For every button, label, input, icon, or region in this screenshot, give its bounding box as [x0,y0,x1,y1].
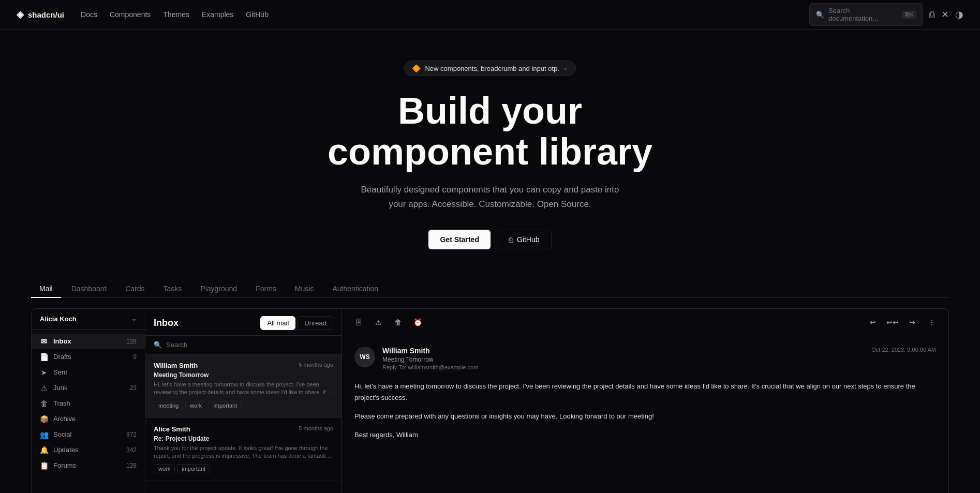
junk-icon: ⚠ [40,384,48,392]
inbox-icon: ✉ [40,337,48,346]
nav-components[interactable]: Components [110,10,151,19]
delete-button[interactable]: 🗑 [390,314,406,331]
email-toolbar: 🗄 ⚠ 🗑 ⏰ ↩ ↩↩ ↪ ⋮ [342,309,948,336]
search-input[interactable] [166,341,333,349]
sidebar-item-label: Trash [53,399,137,407]
sidebar-item-label: Drafts [53,353,128,361]
forums-icon: 📋 [40,461,48,470]
email-timestamp: Oct 22, 2023, 9:00:00 AM [871,347,936,370]
social-icon: 👥 [40,430,48,439]
mail-message-item[interactable]: Alice Smith 5 months ago Re: Project Upd… [145,418,341,482]
github-icon[interactable]: ⎙ [929,9,935,20]
search-shortcut: ⌘K [902,11,916,19]
mail-message-item[interactable]: William Smith 5 months ago Meeting Tomor… [145,354,341,418]
filter-unread-button[interactable]: Unread [298,316,333,330]
sidebar-item-sent[interactable]: ➤ Sent [32,365,145,380]
github-btn-label: GitHub [517,235,540,244]
tag-important: important [177,464,210,473]
tag-work: work [154,464,175,473]
email-paragraph-3: Best regards, William [354,429,936,441]
topnav: ◈ shadcn/ui Docs Components Themes Examp… [0,0,980,29]
tab-cards[interactable]: Cards [117,280,153,298]
sidebar-item-drafts[interactable]: 📄 Drafts 9 [32,349,145,365]
search-icon: 🔍 [816,11,824,19]
x-twitter-icon[interactable]: ✕ [941,9,949,20]
updates-count: 342 [126,446,137,454]
mail-nav-list: ✉ Inbox 128 📄 Drafts 9 ➤ Sent ⚠ Junk 23 [32,330,145,493]
tab-authentication[interactable]: Authentication [324,280,387,298]
email-paragraph-2: Please come prepared with any questions … [354,411,936,422]
nav-themes[interactable]: Themes [163,10,189,19]
archive-icon: 📦 [40,415,48,423]
reply-button[interactable]: ↩ [865,314,881,331]
reply-all-button[interactable]: ↩↩ [884,314,901,331]
sidebar-item-junk[interactable]: ⚠ Junk 23 [32,380,145,396]
mail-search-bar[interactable]: 🔍 [145,336,341,354]
snooze-button[interactable]: ⏰ [409,314,426,331]
site-name: shadcn/ui [28,10,64,19]
sidebar-item-label: Inbox [53,337,121,345]
account-selector[interactable]: Alicia Koch ⌄ [32,309,145,330]
junk-count: 23 [130,384,137,392]
message-preview: Hi, let's have a meeting tomorrow to dis… [154,381,333,397]
tab-music[interactable]: Music [287,280,322,298]
sidebar-item-social[interactable]: 👥 Social 972 [32,427,145,442]
message-time: 5 months ago [299,362,333,369]
chevron-down-icon: ⌄ [131,315,137,322]
more-button[interactable]: ⋮ [924,314,940,331]
hero-subtitle: Beautifully designed components that you… [355,183,625,211]
move-to-junk-button[interactable]: ⚠ [370,314,387,331]
site-logo[interactable]: ◈ shadcn/ui [17,9,64,20]
sidebar-item-forums[interactable]: 📋 Forums 128 [32,458,145,473]
email-content: WS William Smith Meeting Tomorrow Reply-… [342,336,948,493]
email-body: Hi, let's have a meeting tomorrow to dis… [354,381,936,441]
sidebar-item-archive[interactable]: 📦 Archive [32,411,145,427]
message-tags: meeting work important [154,401,333,410]
email-sender-info: William Smith Meeting Tomorrow Reply-To:… [382,347,864,370]
sidebar-item-inbox[interactable]: ✉ Inbox 128 [32,334,145,349]
message-header: William Smith 5 months ago [154,362,333,369]
message-sender: Alice Smith [154,425,190,433]
tab-mail[interactable]: Mail [31,280,61,298]
hero-badge[interactable]: 🔶 New components, breadcrumb and input o… [404,61,575,76]
nav-docs[interactable]: Docs [81,10,97,19]
badge-icon: 🔶 [412,64,421,72]
forums-count: 128 [126,462,137,469]
tab-tasks[interactable]: Tasks [155,280,190,298]
message-subject: Re: Project Update [154,435,333,442]
sender-avatar: WS [354,347,375,367]
tab-dashboard[interactable]: Dashboard [63,280,115,298]
inbox-header: Inbox All mail Unread [145,309,341,336]
message-header: Alice Smith 5 months ago [154,425,333,433]
message-preview: Thank you for the project update. It loo… [154,444,333,460]
sidebar-item-updates[interactable]: 🔔 Updates 342 [32,442,145,458]
email-meta: WS William Smith Meeting Tomorrow Reply-… [354,347,936,370]
github-button[interactable]: ⎙ GitHub [497,230,552,249]
archive-button[interactable]: 🗄 [350,314,367,331]
topnav-right: 🔍 Search documentation... ⌘K ⎙ ✕ ◑ [809,3,963,26]
get-started-button[interactable]: Get Started [428,230,490,249]
mail-email-view: 🗄 ⚠ 🗑 ⏰ ↩ ↩↩ ↪ ⋮ WS William Smith Meetin… [342,309,948,493]
forward-button[interactable]: ↪ [904,314,920,331]
hero-actions: Get Started ⎙ GitHub [10,230,970,249]
email-reply-to: Reply-To: williamsmith@example.com [382,364,864,370]
mail-inbox-panel: Inbox All mail Unread 🔍 William Smith 5 … [145,309,342,493]
theme-toggle-icon[interactable]: ◑ [955,9,963,20]
nav-examples[interactable]: Examples [202,10,233,19]
search-box[interactable]: 🔍 Search documentation... ⌘K [809,3,923,26]
demo-tabs: Mail Dashboard Cards Tasks Playground Fo… [31,280,949,298]
email-sender-name: William Smith [382,347,864,355]
tab-playground[interactable]: Playground [192,280,245,298]
nav-github[interactable]: GitHub [246,10,269,19]
tab-forms[interactable]: Forms [247,280,285,298]
email-paragraph-1: Hi, let's have a meeting tomorrow to dis… [354,381,936,404]
sidebar-item-label: Updates [53,446,121,454]
inbox-filters: All mail Unread [260,316,333,330]
mail-app: Alicia Koch ⌄ ✉ Inbox 128 📄 Drafts 9 ➤ S… [31,308,949,493]
hero-title: Build your component library [309,91,671,172]
sidebar-item-trash[interactable]: 🗑 Trash [32,396,145,411]
github-btn-icon: ⎙ [509,235,513,244]
message-sender: William Smith [154,362,198,369]
filter-all-button[interactable]: All mail [260,316,295,330]
search-icon: 🔍 [154,341,162,349]
